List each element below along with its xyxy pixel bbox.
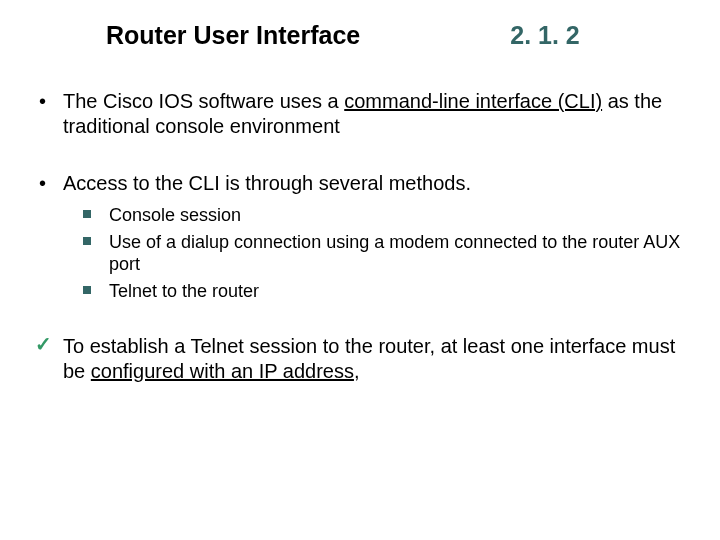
dot-icon: • <box>39 91 46 111</box>
square-icon <box>83 210 91 218</box>
sub-bullet-3: Telnet to the router <box>81 280 690 303</box>
bullet-item-2: • Access to the CLI is through several m… <box>35 171 690 302</box>
bullet-item-1: • The Cisco IOS software uses a command-… <box>35 89 690 139</box>
sub-bullet-list: Console session Use of a dialup connecti… <box>63 204 690 302</box>
sub-bullet-text-3: Telnet to the router <box>109 281 259 301</box>
sub-bullet-text-1: Console session <box>109 205 241 225</box>
square-icon <box>83 237 91 245</box>
check-icon: ✓ <box>35 334 52 354</box>
bullet-text-3b: , <box>354 360 360 382</box>
slide: Router User Interface 2. 1. 2 • The Cisc… <box>0 0 720 540</box>
bullet-text-3-underline: configured with an IP address <box>91 360 354 382</box>
dot-icon: • <box>39 173 46 193</box>
sub-bullet-1: Console session <box>81 204 690 227</box>
bullet-item-3: ✓ To establish a Telnet session to the r… <box>35 334 690 384</box>
slide-header: Router User Interface 2. 1. 2 <box>0 0 720 51</box>
sub-bullet-text-2: Use of a dialup connection using a modem… <box>109 232 680 275</box>
slide-title: Router User Interface <box>106 20 360 51</box>
square-icon <box>83 286 91 294</box>
bullet-text-1a: The Cisco IOS software uses a <box>63 90 344 112</box>
section-number: 2. 1. 2 <box>510 20 580 51</box>
bullet-text-2: Access to the CLI is through several met… <box>63 172 471 194</box>
sub-bullet-2: Use of a dialup connection using a modem… <box>81 231 690 276</box>
bullet-list: • The Cisco IOS software uses a command-… <box>0 89 720 384</box>
bullet-text-1-underline: command-line interface (CLI) <box>344 90 602 112</box>
